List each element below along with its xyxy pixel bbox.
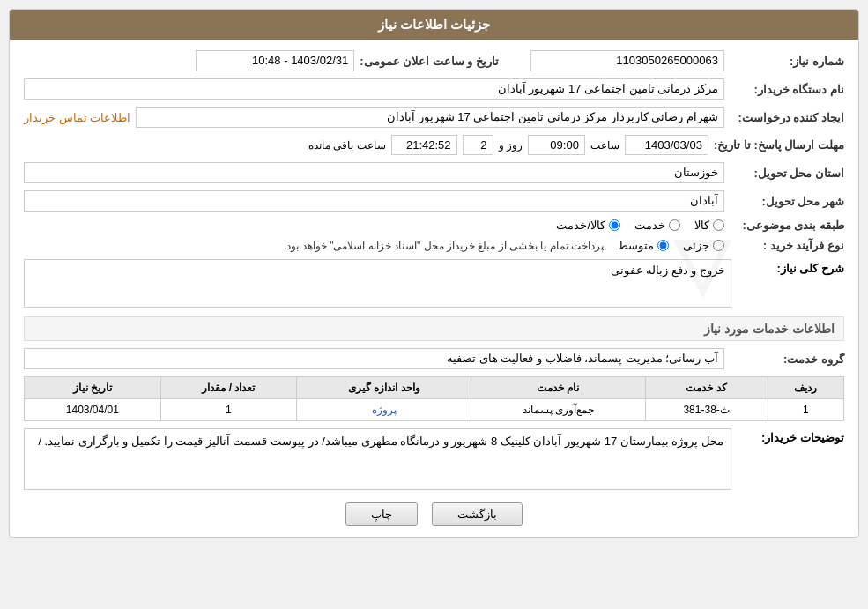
radio-jozii: جزئی	[683, 239, 724, 252]
col-kodKhadamat: کد خدمت	[645, 377, 768, 399]
cell-namKhadamat: جمع‌آوری پسماند	[471, 399, 645, 421]
sharhKoli-box: خروج و دفع زباله عفونی ▽	[24, 259, 731, 308]
radio-kala-khadamat: کالا/خدمت	[556, 219, 620, 232]
radio-kala-label: کالا	[694, 219, 709, 232]
page-wrapper: جزئیات اطلاعات نیاز شماره نیاز: 11030502…	[0, 0, 868, 609]
roz-label: روز و	[499, 139, 523, 152]
shomareNiaz-row: شماره نیاز: 1103050265000063 تاریخ و ساع…	[24, 50, 844, 71]
tozihKharidar-label: توضیحات خریدار:	[738, 428, 844, 444]
col-namKhadamat: نام خدمت	[471, 377, 645, 399]
sharhKoli-value: خروج و دفع زباله عفونی	[611, 264, 725, 277]
radio-jozii-input[interactable]	[713, 240, 724, 251]
noeFarayand-note: پرداخت تمام یا بخشی از مبلغ خریداز محل "…	[284, 240, 604, 252]
shahr-label: شهر محل تحویل:	[730, 195, 844, 208]
col-tarikh: تاریخ نیاز	[25, 377, 161, 399]
ostan-label: استان محل تحویل:	[730, 167, 844, 180]
noeFarayand-radio-group: جزئی متوسط پرداخت تمام یا بخشی از مبلغ خ…	[24, 239, 724, 252]
namDastgah-value: مرکز درمانی تامین اجتماعی 17 شهریور آباد…	[24, 78, 724, 100]
cell-kodKhadamat: ث-38-381	[645, 399, 768, 421]
noeFarayand-label: نوع فرآیند خرید :	[730, 239, 844, 252]
goroheKhadamat-row: گروه خدمت: آب رسانی؛ مدیریت پسماند، فاضل…	[24, 348, 844, 369]
ettelaatTamas-link[interactable]: اطلاعات تماس خریدار	[24, 111, 130, 124]
card-header: جزئیات اطلاعات نیاز	[10, 10, 858, 40]
ostan-row: استان محل تحویل: خوزستان	[24, 162, 844, 183]
sharhKoli-label: شرح کلی نیاز:	[738, 259, 844, 275]
ijadKonande-value: شهرام رضائی کاربردار مرکز درمانی تامین ا…	[136, 107, 724, 128]
btn-row: بازگشت چاپ	[24, 502, 844, 526]
tozihKharidar-box: محل پروژه بیمارستان 17 شهریور آبادان کلی…	[24, 428, 731, 490]
shahr-value: آبادان	[24, 190, 724, 212]
col-tedad: تعداد / مقدار	[160, 377, 297, 399]
tozihKharidar-row: توضیحات خریدار: محل پروژه بیمارستان 17 ش…	[24, 428, 844, 490]
shomareNiaz-label: شماره نیاز:	[730, 55, 844, 68]
tarikh-aalan-label: تاریخ و ساعت اعلان عمومی:	[360, 55, 499, 68]
saat-value: 09:00	[528, 135, 585, 155]
col-radif: ردیف	[768, 377, 843, 399]
tozihKharidar-content: محل پروژه بیمارستان 17 شهریور آبادان کلی…	[24, 428, 731, 490]
tabaqe-row: طبقه بندی موضوعی: کالا خدمت کالا/خدمت	[24, 219, 844, 232]
table-row: 1 ث-38-381 جمع‌آوری پسماند پروژه 1 1403/…	[25, 399, 844, 421]
roz-value: 2	[463, 135, 493, 155]
radio-kala-input[interactable]	[713, 219, 724, 231]
namDastgah-label: نام دستگاه خریدار:	[730, 83, 844, 96]
radio-motevaset-input[interactable]	[657, 240, 669, 251]
mohlat-label: مهلت ارسال پاسخ: تا تاریخ:	[714, 138, 844, 152]
cell-radif: 1	[768, 399, 843, 421]
table-header-row: ردیف کد خدمت نام خدمت واحد اندازه گیری ت…	[25, 377, 844, 399]
cell-tedad: 1	[160, 399, 297, 421]
goroheKhadamat-value: آب رسانی؛ مدیریت پسماند، فاضلاب و فعالیت…	[24, 348, 724, 369]
radio-kala-khadamat-label: کالا/خدمت	[556, 219, 605, 232]
page-title: جزئیات اطلاعات نیاز	[378, 17, 490, 32]
ijadKonande-row: ایجاد کننده درخواست: شهرام رضائی کاربردا…	[24, 107, 844, 128]
cell-vahed: پروژه	[297, 399, 471, 421]
tabaqe-radio-group: کالا خدمت کالا/خدمت	[24, 219, 724, 232]
radio-motevaset-label: متوسط	[618, 239, 654, 252]
mohlat-date: 1403/03/03	[625, 135, 708, 155]
bazgasht-button[interactable]: بازگشت	[432, 502, 523, 526]
cell-tarikh: 1403/04/01	[25, 399, 161, 421]
tozihKharidar-value: محل پروژه بیمارستان 17 شهریور آبادان کلی…	[38, 434, 723, 448]
saat-label: ساعت	[590, 139, 619, 152]
namDastgah-row: نام دستگاه خریدار: مرکز درمانی تامین اجت…	[24, 78, 844, 100]
radio-motevaset: متوسط	[618, 239, 669, 252]
sharhKoli-content: خروج و دفع زباله عفونی ▽	[24, 259, 731, 308]
radio-khadamat: خدمت	[634, 219, 680, 232]
radio-khadamat-input[interactable]	[669, 219, 680, 231]
noeFarayand-row: نوع فرآیند خرید : جزئی متوسط پرداخت تمام…	[24, 239, 844, 252]
ijadKonande-label: ایجاد کننده درخواست:	[730, 111, 844, 124]
goroheKhadamat-label: گروه خدمت:	[730, 353, 844, 366]
card-body: شماره نیاز: 1103050265000063 تاریخ و ساع…	[10, 40, 858, 537]
ostan-value: خوزستان	[24, 162, 724, 183]
tarikh-aalan-value: 1403/02/31 - 10:48	[196, 50, 354, 71]
mohlat-row: مهلت ارسال پاسخ: تا تاریخ: 1403/03/03 سا…	[24, 135, 844, 155]
baghimande-value: 21:42:52	[391, 135, 457, 155]
main-card: جزئیات اطلاعات نیاز شماره نیاز: 11030502…	[9, 9, 859, 538]
shomareNiaz-value: 1103050265000063	[530, 50, 724, 71]
radio-khadamat-label: خدمت	[634, 219, 665, 232]
sharhKoli-row: شرح کلی نیاز: خروج و دفع زباله عفونی ▽	[24, 259, 844, 308]
khadamat-table: ردیف کد خدمت نام خدمت واحد اندازه گیری ت…	[24, 376, 844, 421]
tabaqe-label: طبقه بندی موضوعی:	[730, 219, 844, 232]
baghimande-label: ساعت باقی مانده	[308, 139, 386, 152]
khadamat-section-title: اطلاعات خدمات مورد نیاز	[24, 316, 844, 341]
chap-button[interactable]: چاپ	[345, 502, 418, 526]
col-vahed: واحد اندازه گیری	[297, 377, 471, 399]
radio-kala-khadamat-input[interactable]	[609, 219, 620, 231]
radio-jozii-label: جزئی	[683, 239, 709, 252]
shahr-row: شهر محل تحویل: آبادان	[24, 190, 844, 212]
radio-kala: کالا	[694, 219, 724, 232]
